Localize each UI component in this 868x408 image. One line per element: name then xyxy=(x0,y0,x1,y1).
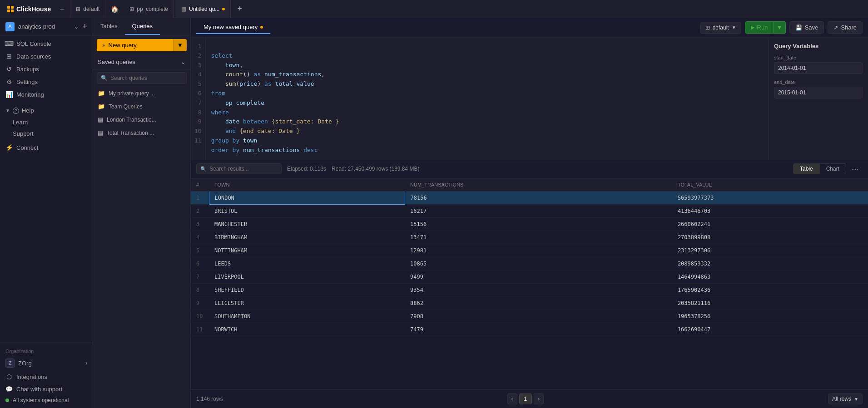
query-item-london[interactable]: ▤ London Transactio... xyxy=(93,113,190,126)
run-button[interactable]: ▶ Run xyxy=(745,21,774,34)
results-table-wrap[interactable]: # town num_transactions total_value 1 LO… xyxy=(191,178,868,389)
tab-queries[interactable]: Queries xyxy=(125,18,160,35)
var-start-date-input[interactable] xyxy=(774,62,863,74)
support-label: Support xyxy=(13,130,34,137)
query-label-team: Team Queries xyxy=(109,103,143,110)
query-label-total: Total Transaction ... xyxy=(107,130,154,136)
new-query-arrow-button[interactable]: ▼ xyxy=(173,39,187,51)
cell-total-value: 1965378256 xyxy=(672,310,868,323)
sidebar-item-support[interactable]: Support xyxy=(0,128,93,139)
next-page-button[interactable]: › xyxy=(534,393,544,404)
add-tab-button[interactable]: + xyxy=(233,4,247,14)
new-query-button[interactable]: + New query xyxy=(97,39,173,51)
table-icon-pp: ⊞ xyxy=(129,6,134,12)
status-item: All systems operational xyxy=(0,395,93,408)
col-header-total-value: total_value xyxy=(672,178,868,192)
results-search-icon: 🔍 xyxy=(200,166,207,172)
cell-num-transactions: 12981 xyxy=(405,244,672,257)
table-row[interactable]: 8 SHEFFIELD 9354 1765902436 xyxy=(191,283,868,296)
col-header-town: town xyxy=(209,178,405,192)
integrations-item[interactable]: ⬡ Integrations xyxy=(0,370,93,383)
table-row[interactable]: 7 LIVERPOOL 9499 1464994863 xyxy=(191,270,868,283)
table-row[interactable]: 5 NOTTINGHAM 12981 2313297306 xyxy=(191,244,868,257)
more-options-button[interactable]: ⋯ xyxy=(848,163,863,175)
table-row[interactable]: 1 LONDON 78156 56593977373 xyxy=(191,191,868,204)
monitoring-label: Monitoring xyxy=(16,91,44,98)
backups-icon: ↺ xyxy=(5,65,13,73)
query-list: 📁 My private query ... 📁 Team Queries ▤ … xyxy=(93,87,190,139)
tab-untitled[interactable]: ▤ Untitled qu... xyxy=(176,0,231,18)
table-row[interactable]: 10 SOUTHAMPTON 7908 1965378256 xyxy=(191,310,868,323)
view-table-button[interactable]: Table xyxy=(793,163,820,174)
table-row[interactable]: 3 MANCHESTER 15156 2660602241 xyxy=(191,217,868,231)
tab-default[interactable]: ⊞ default xyxy=(70,0,105,18)
monitoring-icon: 📊 xyxy=(5,91,13,98)
table-row[interactable]: 9 LEICESTER 8862 2035821116 xyxy=(191,296,868,310)
org-item[interactable]: Z ZOrg › xyxy=(0,356,93,370)
tab-pp-complete[interactable]: ⊞ pp_complete xyxy=(124,0,174,18)
query-search-input[interactable] xyxy=(110,75,183,81)
sidebar-item-backups[interactable]: ↺ Backups xyxy=(0,63,93,75)
app-logo[interactable]: ClickHouse xyxy=(4,5,55,13)
toolbar-right: ⊞ default ▼ ▶ Run ▼ 💾 Save ↗ xyxy=(700,21,863,34)
table-row[interactable]: 4 BIRMINGHAM 13471 2703899808 xyxy=(191,231,868,244)
table-row[interactable]: 2 BRISTOL 16217 4136446703 xyxy=(191,204,868,217)
chevron-down-icon: ▼ xyxy=(5,108,10,113)
prev-page-button[interactable]: ‹ xyxy=(507,393,517,404)
sql-icon: ⌨ xyxy=(5,40,13,47)
folder-icon: 📁 xyxy=(98,90,105,97)
saved-queries-label: Saved queries xyxy=(98,59,135,65)
view-chart-button[interactable]: Chart xyxy=(820,163,846,174)
save-icon: 💾 xyxy=(795,25,802,31)
sidebar-item-monitoring[interactable]: 📊 Monitoring xyxy=(0,88,93,101)
query-item-team[interactable]: 📁 Team Queries xyxy=(93,100,190,113)
query-item-my-private[interactable]: 📁 My private query ... xyxy=(93,87,190,100)
code-content[interactable]: select town, count() as num_transactions… xyxy=(206,37,768,160)
editor-toolbar: My new saved query ⊞ default ▼ ▶ Run ▼ xyxy=(191,18,868,37)
cell-num-transactions: 8862 xyxy=(405,296,672,310)
table-row[interactable]: 6 LEEDS 10865 2089859332 xyxy=(191,257,868,270)
tab-tables[interactable]: Tables xyxy=(93,18,125,35)
cell-num-transactions: 9354 xyxy=(405,283,672,296)
query-item-total[interactable]: ▤ Total Transaction ... xyxy=(93,126,190,139)
results-search-box: 🔍 xyxy=(196,163,282,174)
cell-total-value: 2089859332 xyxy=(672,257,868,270)
saved-queries-chevron[interactable]: ⌄ xyxy=(181,59,186,65)
save-button[interactable]: 💾 Save xyxy=(789,21,824,34)
sidebar-item-datasources[interactable]: ⊞ Data sources xyxy=(0,50,93,63)
tab-nav-back[interactable]: ← xyxy=(56,5,68,13)
plus-icon: + xyxy=(102,42,106,49)
rows-selector[interactable]: All rows ▼ xyxy=(828,393,863,404)
cell-town: LONDON xyxy=(209,191,405,204)
cell-total-value: 2313297306 xyxy=(672,244,868,257)
tab-home[interactable]: 🏠 xyxy=(107,5,122,13)
run-arrow-button[interactable]: ▼ xyxy=(774,21,785,34)
datasources-label: Data sources xyxy=(16,53,51,60)
code-editor[interactable]: 1234567891011 select town, count() as nu… xyxy=(191,37,768,160)
cell-total-value: 1464994863 xyxy=(672,270,868,283)
folder-icon-team: 📁 xyxy=(98,103,105,110)
share-button[interactable]: ↗ Share xyxy=(828,21,863,34)
help-section-header[interactable]: ▼ ? Help xyxy=(0,104,93,117)
tab-my-new-query[interactable]: My new saved query xyxy=(196,21,270,34)
cell-num: 2 xyxy=(191,204,209,217)
new-query-row: + New query ▼ xyxy=(97,39,187,51)
sidebar-item-settings[interactable]: ⚙ Settings xyxy=(0,75,93,88)
chat-support-item[interactable]: 💬 Chat with support xyxy=(0,383,93,395)
table-icon: ⊞ xyxy=(76,6,80,12)
var-end-date-input[interactable] xyxy=(774,87,863,98)
table-header-row: # town num_transactions total_value xyxy=(191,178,868,192)
results-table: # town num_transactions total_value 1 LO… xyxy=(191,178,868,336)
sidebar-item-learn[interactable]: Learn xyxy=(0,117,93,128)
db-selector[interactable]: ⊞ default ▼ xyxy=(700,22,741,34)
add-workspace-button[interactable]: + xyxy=(82,22,87,31)
results-search-input[interactable] xyxy=(209,166,278,172)
sidebar-item-connect[interactable]: ⚡ Connect xyxy=(0,141,93,154)
sidebar-item-sql[interactable]: ⌨ SQL Console xyxy=(0,37,93,50)
line-numbers: 1234567891011 xyxy=(191,37,206,160)
table-row[interactable]: 11 NORWICH 7479 1662690447 xyxy=(191,323,868,336)
workspace-chevron[interactable]: ⌄ xyxy=(74,24,79,30)
page-1-button[interactable]: 1 xyxy=(519,393,532,404)
saved-queries-header: Saved queries ⌄ xyxy=(93,55,190,69)
cell-num: 11 xyxy=(191,323,209,336)
